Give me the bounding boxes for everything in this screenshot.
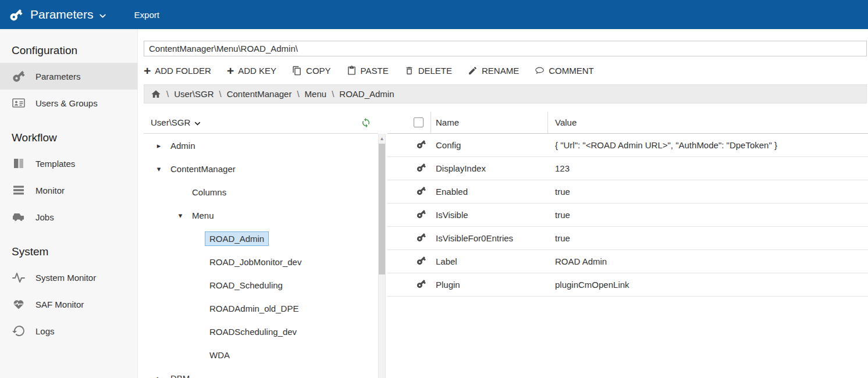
param-value: pluginCmOpenLink	[548, 280, 868, 290]
table-row[interactable]: DisplayIndex123	[387, 157, 868, 180]
plus-icon: +	[227, 66, 234, 76]
comment-icon	[535, 66, 545, 76]
tree-node-label[interactable]: ContentManager	[166, 162, 240, 176]
sidebar-item-users-groups[interactable]: Users & Groups	[0, 90, 137, 116]
sidebar-item-templates[interactable]: Templates	[0, 150, 137, 177]
column-header-value[interactable]: Value	[548, 112, 868, 133]
sidebar-item-saf-monitor[interactable]: SAF Monitor	[0, 291, 137, 318]
breadcrumb-separator: \	[297, 89, 299, 99]
sidebar-item-parameters[interactable]: Parameters	[0, 63, 137, 90]
toolbar-add-key-button[interactable]: +ADD KEY	[227, 66, 276, 76]
param-name: Config	[431, 140, 548, 150]
tree-node-label[interactable]: ROAD_JobMonitor_dev	[205, 255, 306, 269]
tree-node-label[interactable]: DBM	[166, 371, 194, 378]
table-row[interactable]: Config{ "Url": "<ROAD Admin URL>", "Auth…	[387, 134, 868, 157]
breadcrumb-separator: \	[332, 89, 334, 99]
breadcrumb: \User\SGR\ContentManager\Menu\ROAD_Admin	[144, 84, 867, 104]
breadcrumb-segment[interactable]: User\SGR	[174, 89, 214, 99]
sidebar-item-monitor[interactable]: Monitor	[0, 177, 137, 204]
tree-node-road-admin[interactable]: ROAD_Admin	[144, 227, 378, 250]
tree-node-admin[interactable]: ▸Admin	[144, 134, 378, 157]
tree-node-menu[interactable]: ▾Menu	[144, 204, 378, 227]
breadcrumb-separator: \	[219, 89, 222, 99]
tree-node-wda[interactable]: WDA	[144, 343, 378, 366]
sidebar-item-logs[interactable]: Logs	[0, 318, 137, 344]
main-content: +ADD FOLDER+ADD KEYCOPYPASTEDELETERENAME…	[138, 29, 868, 378]
tree-node-label[interactable]: ROADAdmin_old_DPE	[205, 301, 303, 316]
top-bar: Parameters Export	[0, 0, 868, 29]
tree-node-road-jobmonitor-dev[interactable]: ROAD_JobMonitor_dev	[144, 250, 378, 273]
sidebar-section-title: Configuration	[0, 29, 137, 63]
table-row[interactable]: IsVisibleFor0Entriestrue	[387, 227, 868, 250]
toolbar-add-folder-button[interactable]: +ADD FOLDER	[144, 66, 211, 76]
history-icon	[12, 324, 26, 338]
param-key-cell	[387, 162, 431, 174]
tree-node-columns[interactable]: Columns	[144, 180, 378, 204]
refresh-icon[interactable]	[361, 117, 371, 128]
tree-node-label[interactable]: Columns	[187, 185, 231, 199]
chevron-down-icon[interactable]	[193, 119, 202, 128]
tree-node-label[interactable]: ROAD_Scheduling	[205, 278, 287, 293]
table-row[interactable]: LabelROAD Admin	[387, 250, 868, 273]
caret-expanded-icon[interactable]: ▾	[173, 211, 187, 220]
toolbar-button-label: RENAME	[482, 66, 519, 76]
sidebar-item-jobs[interactable]: Jobs	[0, 204, 137, 230]
jobs-icon	[12, 210, 26, 224]
caret-collapsed-icon[interactable]: ▸	[152, 374, 166, 378]
tree-root-label[interactable]: User\SGR	[151, 117, 190, 127]
home-icon[interactable]	[151, 89, 161, 99]
path-input[interactable]	[144, 41, 867, 56]
toolbar-paste-button[interactable]: PASTE	[347, 66, 389, 76]
select-all-checkbox[interactable]	[414, 117, 424, 127]
tree-node-roadscheduling-dev[interactable]: ROADScheduling_dev	[144, 320, 378, 343]
key-icon	[416, 255, 426, 266]
tree-node-label[interactable]: ROADScheduling_dev	[205, 324, 301, 339]
breadcrumb-segment[interactable]: Menu	[305, 89, 327, 99]
tree-node-road-scheduling[interactable]: ROAD_Scheduling	[144, 273, 378, 297]
toolbar-delete-button[interactable]: DELETE	[404, 66, 452, 76]
content-panes: User\SGR ▸Admin▾ContentManagerColumns▾Me…	[144, 112, 868, 378]
table-row[interactable]: Enabledtrue	[387, 180, 868, 204]
key-icon	[416, 279, 426, 289]
param-key-cell	[387, 232, 431, 244]
toolbar-button-label: PASTE	[361, 66, 389, 76]
table-row[interactable]: PluginpluginCmOpenLink	[387, 273, 868, 297]
param-value: true	[548, 210, 868, 220]
plus-icon: +	[144, 66, 151, 76]
toolbar-button-label: ADD FOLDER	[155, 66, 211, 76]
param-name: Plugin	[431, 280, 548, 290]
toolbar-comment-button[interactable]: COMMENT	[535, 66, 594, 76]
tree-node-label[interactable]: ROAD_Admin	[205, 231, 269, 246]
breadcrumb-segment[interactable]: ContentManager	[227, 89, 292, 99]
sidebar-item-label: Users & Groups	[35, 98, 98, 108]
chevron-down-icon[interactable]	[98, 11, 108, 21]
scrollbar-thumb[interactable]	[379, 144, 385, 274]
sidebar-item-label: SAF Monitor	[35, 299, 84, 309]
sidebar: ConfigurationParametersUsers & GroupsWor…	[0, 29, 138, 378]
toolbar-rename-button[interactable]: RENAME	[468, 66, 519, 76]
tree-node-label[interactable]: Menu	[187, 208, 219, 223]
table-row[interactable]: IsVisibletrue	[387, 204, 868, 227]
sidebar-item-system-monitor[interactable]: System Monitor	[0, 264, 137, 291]
column-header-name[interactable]: Name	[431, 112, 548, 133]
id-card-icon	[12, 96, 26, 110]
app-key-icon	[9, 8, 23, 22]
tree-node-roadadmin-old-dpe[interactable]: ROADAdmin_old_DPE	[144, 297, 378, 320]
toolbar-copy-button[interactable]: COPY	[292, 66, 331, 76]
tree-node-label[interactable]: Admin	[166, 138, 200, 153]
templates-icon	[12, 156, 26, 170]
key-icon	[12, 69, 26, 83]
caret-expanded-icon[interactable]: ▾	[152, 165, 166, 173]
tree-node-dbm[interactable]: ▸DBM	[144, 366, 378, 378]
app-title[interactable]: Parameters	[30, 8, 94, 22]
tree-scrollbar[interactable]: ▲	[378, 134, 386, 378]
toolbar-button-label: COPY	[306, 66, 331, 76]
tree-node-label[interactable]: WDA	[205, 348, 234, 362]
menu-export[interactable]: Export	[134, 10, 159, 20]
key-icon	[416, 209, 426, 219]
scroll-up-icon[interactable]: ▲	[379, 134, 385, 142]
breadcrumb-segment[interactable]: ROAD_Admin	[339, 89, 394, 99]
caret-collapsed-icon[interactable]: ▸	[152, 141, 166, 150]
sidebar-item-label: Jobs	[35, 212, 54, 222]
tree-node-contentmanager[interactable]: ▾ContentManager	[144, 157, 378, 180]
